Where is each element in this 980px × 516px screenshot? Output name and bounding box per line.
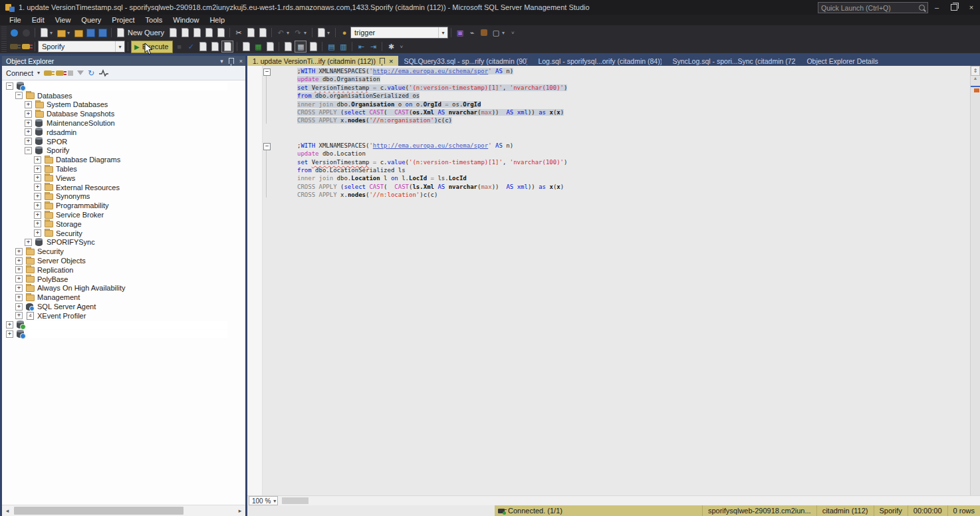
include-actual-plan-icon[interactable] [241,41,251,52]
expand-icon[interactable]: + [15,266,23,273]
live-query-stats-icon[interactable]: ▦ [253,41,263,52]
expand-icon[interactable]: + [25,239,32,246]
tree-item-synonyms[interactable]: +Synonyms [2,192,245,201]
tree-item-replication[interactable]: +Replication [2,265,245,275]
tab[interactable]: SyncLog.sql - spori...Sync (citadmin (72… [667,56,801,66]
add-item-icon[interactable] [73,27,84,38]
dropdown-icon[interactable]: ▾ [287,30,292,36]
expand-icon[interactable]: + [15,257,23,265]
undo-icon[interactable]: ↶ [275,27,286,38]
menu-view[interactable]: View [50,15,76,25]
paste-icon[interactable] [257,27,268,38]
tree-item-xevent-profiler[interactable]: +XEvent Profiler [2,311,245,321]
scroll-left-icon[interactable]: ◂ [2,507,13,514]
pin-icon[interactable] [229,58,234,64]
expand-icon[interactable]: + [15,248,23,255]
connect-plug-icon[interactable] [44,70,52,76]
tree-item-server[interactable]: + [2,321,245,330]
save-icon[interactable] [85,27,96,38]
client-statistics-icon[interactable] [265,41,275,52]
display-estimated-plan-icon[interactable] [197,41,208,52]
results-to-grid-icon[interactable]: ▦ [295,41,306,53]
tab[interactable]: SQLQuery33.sql - sp...rify (citadmin (90… [398,56,533,66]
tree-item-polybase[interactable]: +PolyBase [2,275,245,284]
redo-icon[interactable]: ↷ [293,27,303,38]
connect-icon[interactable] [9,41,19,52]
tree-item-service-broker[interactable]: +Service Broker [2,210,245,219]
tab[interactable]: Object Explorer Details [801,56,935,66]
new-query-icon[interactable] [115,27,126,38]
tree-item-views[interactable]: +Views [2,174,245,183]
tree-item-external-resources[interactable]: +External Resources [2,183,245,192]
tree-item-database-snapshots[interactable]: +Database Snapshots [2,109,245,118]
chevron-down-icon[interactable]: ▾ [273,498,276,504]
tree-item-sql-server-agent[interactable]: +SQL Server Agent [2,302,245,311]
editor-hscrollbar[interactable] [278,496,980,505]
tree-item-spor[interactable]: +SPOR [2,137,245,146]
zoom-selector[interactable]: 100 % ▾ [249,496,278,505]
minimize-button[interactable]: – [928,0,945,15]
tree-item-sporify[interactable]: −Sporify [2,146,245,156]
tab[interactable]: Log.sql - sporifysql...orify (citadmin (… [533,56,667,66]
dropdown-icon[interactable]: ▾ [327,30,332,36]
expand-icon[interactable]: + [34,202,41,209]
wrench-icon[interactable]: ⌁ [467,27,477,38]
tree-item-tables[interactable]: +Tables [2,164,245,174]
tree-item-database-diagrams[interactable]: +Database Diagrams [2,155,245,164]
disconnect-icon[interactable] [56,70,64,76]
menu-window[interactable]: Window [168,15,204,25]
connect-button[interactable]: Connect [6,69,33,77]
expand-icon[interactable]: + [34,193,41,200]
quick-launch-input[interactable]: Quick Launch (Ctrl+Q) [818,2,928,13]
chevron-down-icon[interactable]: ▾ [115,41,124,52]
database-engine-query-icon[interactable] [168,27,178,38]
filter-icon[interactable] [77,70,84,75]
menu-edit[interactable]: Edit [27,15,50,25]
decrease-indent-icon[interactable]: ⇤ [356,41,366,52]
find-combobox[interactable]: trigger ▾ [350,27,448,39]
cancel-query-icon[interactable]: ■ [174,41,184,52]
refresh-icon[interactable]: ↻ [88,68,94,78]
selection-box-icon[interactable] [316,27,326,38]
collapse-icon[interactable]: − [25,147,32,154]
expand-icon[interactable]: + [34,166,41,173]
expand-icon[interactable]: + [6,330,13,338]
object-explorer-tree[interactable]: −−Databases+System Databases+Database Sn… [2,80,245,505]
tree-item-system-databases[interactable]: +System Databases [2,100,245,110]
tab[interactable]: 1. update VersionTi...ify (citadmin (112… [247,56,398,66]
expand-icon[interactable]: + [34,184,41,191]
dropdown-icon[interactable]: ▾ [304,30,309,36]
results-to-file-icon[interactable] [308,41,318,52]
collapse-icon[interactable]: − [6,82,13,90]
menu-help[interactable]: Help [204,15,230,25]
menu-query[interactable]: Query [76,15,106,25]
toolbar-grip[interactable] [1,25,7,40]
expand-icon[interactable]: + [25,120,32,127]
toolbar-overflow-icon[interactable]: ˅ [511,30,517,36]
scroll-right-icon[interactable]: ▸ [235,507,245,514]
increase-indent-icon[interactable]: ⇥ [368,41,378,52]
editor-vscrollbar[interactable]: ⇕ ▲ [970,66,980,496]
cut-icon[interactable]: ✂ [233,27,244,38]
tree-item-maintenancesolution[interactable]: +MaintenanceSolution [2,118,245,128]
pin-icon[interactable] [380,58,385,64]
dropdown-icon[interactable]: ▾ [67,30,72,36]
console-icon[interactable]: ▢ [491,27,501,38]
intellisense-icon[interactable] [221,41,233,53]
toolbox-icon[interactable] [479,27,489,38]
copy-icon[interactable] [245,27,256,38]
tree-item-management[interactable]: +Management [2,293,245,302]
tree-item-security[interactable]: +Security [2,247,245,256]
scroll-up-icon[interactable]: ▲ [971,76,980,80]
code-window-icon[interactable]: ▣ [455,27,465,38]
expand-icon[interactable]: + [15,294,23,301]
tree-item-always-on-high-availability[interactable]: +Always On High Availability [2,284,245,293]
mdx-query-icon[interactable] [180,27,190,38]
find-icon[interactable]: ● [339,27,350,38]
expand-icon[interactable]: + [34,229,41,237]
expand-icon[interactable]: + [15,275,23,283]
dropdown-icon[interactable]: ▾ [50,30,55,36]
window-position-icon[interactable]: ▾ [220,58,223,64]
new-project-icon[interactable] [39,27,49,38]
database-combobox[interactable]: Sporify ▾ [38,41,125,53]
